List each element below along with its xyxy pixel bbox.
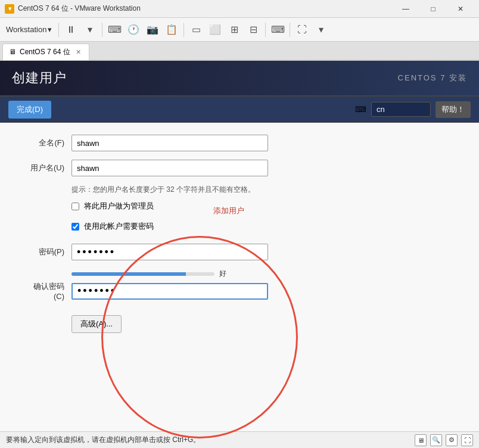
main-toolbar: Workstation ▾ ⏸ ▾ ⌨ 🕐 📷 📋 ▭ ⬜ ⊞ ⊟ ⌨ ⛶ ▾ [0,18,479,42]
close-button[interactable]: ✕ [447,0,474,18]
status-icon-monitor[interactable]: 🖥 [415,434,427,446]
fullscreen-button[interactable]: ⛶ [293,21,311,38]
fullname-row: 全名(F) [24,135,455,151]
pause-dropdown-button[interactable]: ▾ [81,21,99,38]
fullscreen-dropdown-button[interactable]: ▾ [312,21,330,38]
vm-tab[interactable]: 🖥 CentOS 7 64 位 ✕ [2,43,89,60]
snapshot2-button[interactable]: 📷 [144,21,161,38]
workstation-label: Workstation [6,25,46,34]
help-button[interactable]: 帮助！ [436,101,471,118]
view3-button[interactable]: ⊞ [225,21,243,38]
status-icons: 🖥 🔍 ⚙ ⛶ [415,434,473,446]
strength-bar [71,272,214,276]
snapshot3-button[interactable]: 📋 [163,21,181,38]
minimize-button[interactable]: — [392,0,419,18]
language-selector: ⌨ 帮助！ [355,101,471,118]
language-input[interactable] [371,102,431,117]
strength-label: 好 [219,269,226,279]
admin-checkbox[interactable] [71,203,79,210]
maximize-button[interactable]: □ [419,0,447,18]
confirm-password-row: 确认密码(C) [24,281,455,301]
toolbar-separator-4 [265,23,266,37]
installer-subtitle: CENTOS 7 安装 [398,73,467,83]
pause-button[interactable]: ⏸ [62,21,80,38]
confirm-password-input[interactable] [71,283,268,300]
hint-text: 提示：您的用户名长度要少于 32 个字符并且不能有空格。 [71,185,455,195]
workstation-dropdown-icon: ▾ [48,25,52,34]
password-strength: 好 [71,269,455,279]
view4-button[interactable]: ⊟ [244,21,262,38]
tab-bar: 🖥 CentOS 7 64 位 ✕ [0,42,479,61]
window-title: CentOS 7 64 位 - VMware Workstation [18,4,392,14]
toolbar-separator-5 [290,23,290,37]
toolbar-separator-3 [183,23,184,37]
advanced-button-container: 高级(A)... [24,309,455,333]
status-icon-search[interactable]: 🔍 [430,434,442,446]
fullname-input[interactable] [71,135,268,151]
vm-tab-label: CentOS 7 64 位 [20,47,70,57]
done-button[interactable]: 完成(D) [8,101,51,119]
installer-toolbar: 完成(D) ⌨ 帮助！ [0,97,479,123]
status-message: 要将输入定向到该虚拟机，请在虚拟机内部单击或按 Ctrl+G。 [6,435,200,445]
snapshot-button[interactable]: 🕐 [125,21,142,38]
admin-checkbox-row: 将此用户做为管理员 [71,201,154,211]
installer-page-title: 创建用户 [12,69,398,87]
app-icon: ▾ [5,4,14,14]
add-user-link[interactable]: 添加用户 [213,206,244,215]
password-required-checkbox[interactable] [71,223,79,231]
window-controls: — □ ✕ [392,0,474,18]
status-icon-expand[interactable]: ⛶ [461,434,473,446]
annotation-circle [101,236,298,438]
admin-checkbox-label: 将此用户做为管理员 [84,201,154,211]
advanced-button[interactable]: 高级(A)... [71,315,122,333]
view1-button[interactable]: ▭ [187,21,205,38]
console-button[interactable]: ⌨ [269,21,287,38]
username-label: 用户名(U) [24,163,71,173]
fullname-label: 全名(F) [24,138,71,148]
form-content: 全名(F) 用户名(U) 提示：您的用户名长度要少于 32 个字符并且不能有空格… [0,123,479,431]
installer-header: 创建用户 CENTOS 7 安装 [0,61,479,97]
strength-fill [71,272,186,276]
status-icon-gear[interactable]: ⚙ [446,434,458,446]
username-input[interactable] [71,160,268,176]
confirm-password-label: 确认密码(C) [24,281,71,301]
password-label: 密码(P) [24,247,71,257]
title-bar: ▾ CentOS 7 64 位 - VMware Workstation — □… [0,0,479,18]
password-required-label: 使用此帐户需要密码 [84,221,154,232]
toolbar-separator-2 [102,23,102,37]
view2-button[interactable]: ⬜ [206,21,224,38]
status-bar: 要将输入定向到该虚拟机，请在虚拟机内部单击或按 Ctrl+G。 🖥 🔍 ⚙ ⛶ [0,431,479,448]
vm-tab-close[interactable]: ✕ [74,48,83,57]
keyboard-icon: ⌨ [355,105,366,114]
password-input[interactable] [71,244,268,260]
send-ctrlaltdel-button[interactable]: ⌨ [105,21,123,38]
vm-content: 创建用户 CENTOS 7 安装 完成(D) ⌨ 帮助！ 全名(F) 用户名(U… [0,61,479,431]
workstation-menu[interactable]: Workstation ▾ [2,23,55,36]
password-row: 密码(P) [24,244,455,260]
vm-tab-icon: 🖥 [9,48,16,56]
toolbar-separator-1 [58,23,59,37]
password-required-checkbox-row: 使用此帐户需要密码 [71,221,154,232]
username-row: 用户名(U) [24,160,455,176]
